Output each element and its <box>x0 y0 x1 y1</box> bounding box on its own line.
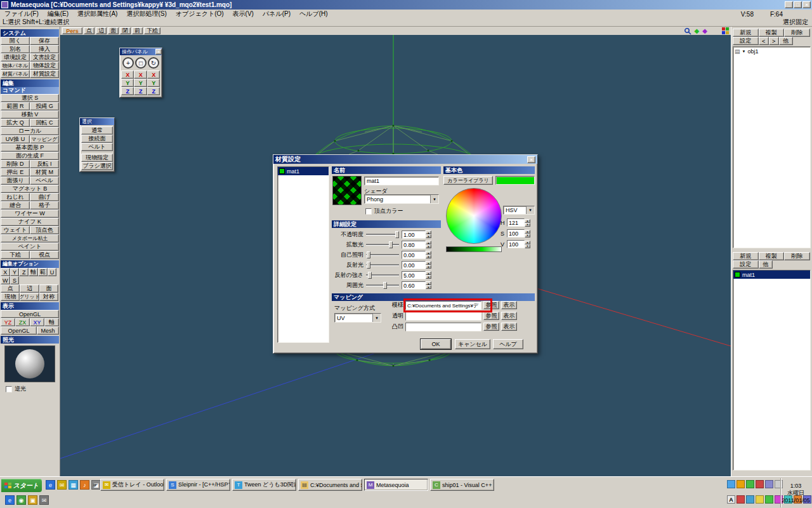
sidebar-button[interactable]: 文書設定 <box>30 53 59 62</box>
parameter-slider[interactable] <box>366 274 399 276</box>
display-button[interactable]: Mesh <box>37 326 59 335</box>
material-panel-button[interactable]: 削除 <box>784 252 810 260</box>
slider-thumb[interactable] <box>367 251 370 258</box>
quick-launch-icon[interactable]: ♪ <box>80 480 89 490</box>
command-button[interactable]: ねじれ <box>1 193 30 201</box>
show-button[interactable]: 表示 <box>501 301 517 309</box>
material-panel-button[interactable]: 設定 <box>733 260 759 269</box>
tray-icon[interactable] <box>765 480 773 488</box>
color-library-button[interactable]: カラーライブラリ <box>443 176 493 185</box>
command-button[interactable]: ローカル <box>1 127 59 135</box>
command-button[interactable]: 頂点色 <box>30 226 59 234</box>
command-button[interactable]: 面の生成 F <box>1 152 59 160</box>
object-panel-button[interactable]: > <box>769 37 779 45</box>
object-list[interactable]: ▤ ▼ obj1 <box>733 46 811 248</box>
sidebar-button[interactable]: 開く <box>1 37 30 45</box>
object-panel-button[interactable]: 設定 <box>733 37 759 45</box>
ime-indicator[interactable]: A <box>727 495 735 504</box>
hsv-field-value[interactable]: 100 <box>507 229 525 237</box>
expand-arrow-icon[interactable]: ▼ <box>742 50 746 53</box>
browse-button[interactable]: 参照 <box>483 323 499 331</box>
object-panel-button[interactable]: 新規 <box>733 29 759 37</box>
command-button[interactable]: UV操 U <box>1 135 30 144</box>
axis-button[interactable]: Z <box>134 87 147 95</box>
axis-color-grid-icon[interactable] <box>722 27 729 34</box>
axis-button[interactable]: Z <box>121 87 134 95</box>
axis-button[interactable]: Y <box>121 79 134 87</box>
edit-option-button[interactable]: グリッド <box>20 293 39 301</box>
value-gradient-bar[interactable] <box>446 246 502 252</box>
chevron-down-icon[interactable]: ▼ <box>430 195 438 203</box>
command-button[interactable]: 移動 V <box>1 110 59 119</box>
command-button[interactable]: 基本図形 P <box>1 144 59 152</box>
view-control-button[interactable]: ↻ <box>148 57 159 69</box>
selection-mode-button[interactable]: 現物指定 <box>81 154 113 162</box>
slider-thumb[interactable] <box>389 241 393 248</box>
tray-icon[interactable] <box>737 495 745 504</box>
command-button[interactable]: 拡大 Q <box>1 119 30 127</box>
axis-button[interactable]: Z <box>147 87 160 95</box>
material-panel-button[interactable]: 新規 <box>733 252 759 260</box>
browse-button[interactable]: 参照 <box>483 301 499 309</box>
tray-icon[interactable] <box>756 495 764 504</box>
quick-launch-icon[interactable]: ✉ <box>57 480 67 490</box>
quick-launch-icon[interactable]: ✉ <box>39 495 49 505</box>
spin-down-icon[interactable]: ▼ <box>426 255 431 258</box>
browse-button[interactable]: 参照 <box>483 312 499 320</box>
display-button[interactable]: XY <box>30 318 44 326</box>
edit-option-button[interactable]: 現物 <box>1 293 20 301</box>
spin-down-icon[interactable]: ▼ <box>426 265 431 269</box>
taskbar-task-button[interactable]: ✉ 受信トレイ - Outlook Exp... <box>100 479 164 491</box>
help-button[interactable]: ヘルプ <box>493 339 523 349</box>
axis-button[interactable]: Y <box>147 79 160 87</box>
taskbar-task-button[interactable]: C ship01 - Visual C++ 200... <box>430 479 494 491</box>
material-panel-button[interactable]: 他 <box>759 260 773 269</box>
command-button[interactable]: マッピング <box>30 135 59 144</box>
tray-icon[interactable] <box>756 480 764 488</box>
object-panel-button[interactable]: 削除 <box>784 29 810 37</box>
object-panel-button[interactable]: < <box>759 37 769 45</box>
menu-item[interactable]: ヘルプ(H) <box>295 10 332 18</box>
parameter-slider[interactable] <box>366 284 399 286</box>
slider-thumb[interactable] <box>368 272 372 279</box>
close-icon[interactable]: × <box>527 156 535 163</box>
sidebar-button[interactable]: 材質パネル <box>1 70 30 78</box>
command-button[interactable]: 範囲 R <box>1 102 30 110</box>
menu-item[interactable]: ファイル(F) <box>0 10 43 18</box>
sidebar-button[interactable]: 別名 <box>1 45 30 53</box>
parameter-value[interactable]: 0.00 <box>402 261 426 269</box>
object-list-item[interactable]: ▤ ▼ obj1 <box>733 47 810 55</box>
zoom-icon[interactable] <box>684 27 691 35</box>
backlight-checkbox[interactable] <box>6 386 12 392</box>
spin-down-icon[interactable]: ▼ <box>525 223 530 227</box>
chevron-down-icon[interactable]: ▼ <box>526 206 534 214</box>
taskbar-task-button[interactable]: M Metasequoia <box>364 479 428 491</box>
object-panel-button[interactable]: 複製 <box>759 29 785 37</box>
spin-down-icon[interactable]: ▼ <box>525 244 530 248</box>
spin-down-icon[interactable]: ▼ <box>426 285 431 289</box>
tray-icon[interactable] <box>746 495 754 504</box>
selection-mode-button[interactable]: 通常 <box>81 126 113 135</box>
command-button[interactable]: 回転 C <box>30 119 59 127</box>
hsv-field-value[interactable]: 121 <box>507 218 525 227</box>
material-list-item[interactable]: mat1 <box>278 167 329 175</box>
edit-option-button[interactable]: 点 <box>1 284 20 293</box>
cancel-button[interactable]: キャンセル <box>455 339 490 349</box>
edit-option-button[interactable]: W <box>1 276 10 284</box>
tray-icon[interactable] <box>746 480 754 488</box>
taskbar-task-button[interactable]: S Sleipnir - [C++/HSPでち... <box>166 479 230 491</box>
parameter-slider[interactable] <box>366 264 399 266</box>
axis-button[interactable]: X <box>134 70 147 79</box>
viewport-toggle-button[interactable]: 下絵 <box>144 27 160 34</box>
command-button[interactable]: 格子 <box>30 201 59 210</box>
menu-item[interactable]: 編集(E) <box>43 10 73 18</box>
start-button[interactable]: スタート <box>1 479 42 492</box>
menu-item[interactable]: 表示(V) <box>228 10 258 18</box>
quick-launch-icon[interactable]: ◉ <box>16 495 26 505</box>
mapping-method-dropdown[interactable]: UV ▼ <box>334 313 381 323</box>
view-mode-button[interactable]: Pers <box>62 27 82 34</box>
quick-launch-icon[interactable]: e <box>46 480 55 490</box>
menu-item[interactable]: 選択部処理(S) <box>122 10 171 18</box>
spin-down-icon[interactable]: ▼ <box>525 234 530 237</box>
parameter-slider[interactable] <box>366 254 399 256</box>
